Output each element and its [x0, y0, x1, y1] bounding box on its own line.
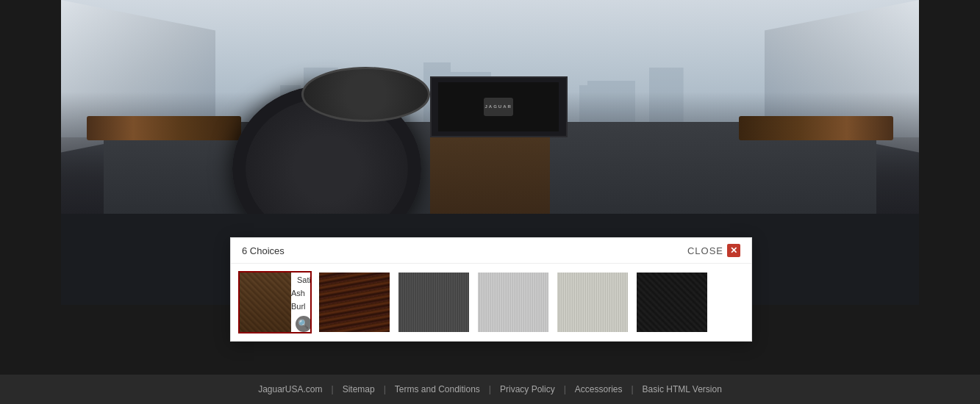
choices-count: 6 Choices: [242, 245, 285, 256]
footer-link-sitemap[interactable]: Sitemap: [334, 384, 384, 394]
close-icon: ✕: [727, 244, 740, 257]
choice-item-carbon-fiber[interactable]: [635, 271, 709, 333]
jaguar-logo: JAGUAR: [484, 98, 513, 116]
wood-trim-left: [87, 116, 241, 140]
instrument-cluster: [301, 67, 430, 122]
right-border: [919, 0, 980, 375]
choice-thumbnail-carbon-fiber: [637, 273, 707, 332]
footer: JaguarUSA.com | Sitemap | Terms and Cond…: [0, 375, 980, 404]
infotainment-screen: JAGUAR: [430, 76, 568, 137]
left-border: [0, 0, 61, 375]
footer-link-jaguarusa[interactable]: JaguarUSA.com: [249, 384, 331, 394]
choice-label-satin-ash-burl: Satin Ash Burl 🔍: [291, 273, 312, 332]
zoom-icon[interactable]: 🔍: [296, 316, 312, 332]
choice-item-silver-brushed[interactable]: [476, 271, 550, 333]
choice-item-dark-wood[interactable]: [318, 271, 391, 333]
choice-item-dark-brushed[interactable]: [397, 271, 471, 333]
choice-thumbnail-satin-ash-burl: [240, 273, 291, 332]
jaguar-screen-content: JAGUAR: [438, 82, 559, 131]
choice-thumbnail-dark-wood: [319, 273, 390, 332]
wood-trim-right: [739, 116, 893, 140]
choice-thumbnail-dark-brushed: [398, 273, 469, 332]
choice-thumbnail-light-brushed: [557, 273, 628, 332]
footer-link-privacy[interactable]: Privacy Policy: [491, 384, 564, 394]
footer-link-terms[interactable]: Terms and Conditions: [386, 384, 489, 394]
choices-header: 6 Choices CLOSE ✕: [231, 238, 751, 264]
choices-grid: Satin Ash Burl 🔍: [231, 264, 751, 341]
choice-thumbnail-silver-brushed: [478, 273, 548, 332]
choice-item-satin-ash-burl[interactable]: Satin Ash Burl 🔍: [238, 271, 312, 333]
footer-link-accessories[interactable]: Accessories: [566, 384, 632, 394]
choice-item-light-brushed[interactable]: [556, 271, 629, 333]
close-label: CLOSE: [687, 245, 723, 256]
footer-link-basic-html[interactable]: Basic HTML Version: [634, 384, 731, 394]
close-button[interactable]: CLOSE ✕: [687, 244, 740, 257]
choices-panel: 6 Choices CLOSE ✕ Satin Ash Burl 🔍: [230, 237, 752, 342]
